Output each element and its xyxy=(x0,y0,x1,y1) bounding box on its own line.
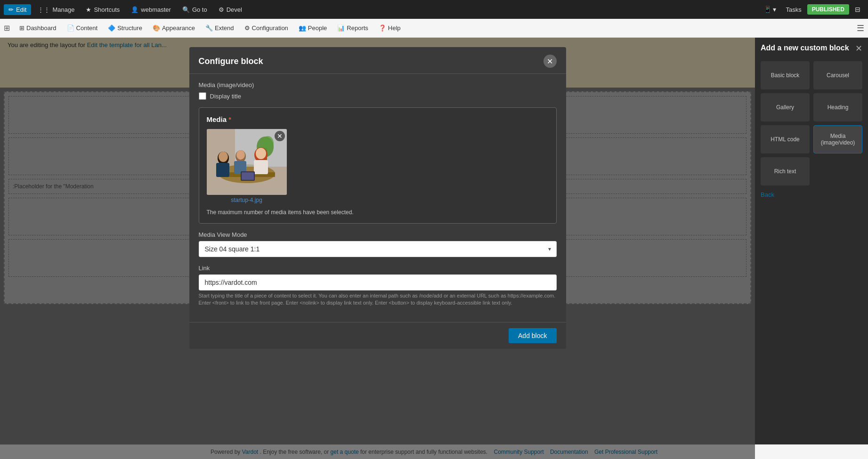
configure-block-modal: Configure block ✕ Media (image/video) Di… xyxy=(189,47,566,349)
media-view-mode-group: Media View Mode Size 04 square 1:1 Size … xyxy=(199,231,557,257)
structure-icon: 🔷 xyxy=(108,24,115,32)
devel-label: Devel xyxy=(227,6,242,13)
extend-label: Extend xyxy=(215,24,234,32)
display-title-row: Display title xyxy=(199,92,557,100)
media-view-mode-select[interactable]: Size 04 square 1:1 Size 03 medium 4:3 Si… xyxy=(199,241,557,257)
manage-label: Manage xyxy=(52,6,74,13)
media-max-msg: The maximum number of media items have b… xyxy=(207,209,549,216)
svg-rect-14 xyxy=(254,160,268,174)
main-content: You are editing the layout for Edit the … xyxy=(0,38,755,459)
display-title-label[interactable]: Display title xyxy=(210,93,241,100)
media-image-preview: ✕ xyxy=(207,129,287,195)
help-nav-btn[interactable]: ❓ Help xyxy=(374,23,406,33)
grid-icon: ⋮⋮ xyxy=(38,6,50,13)
help-icon: ❓ xyxy=(379,24,386,32)
configuration-label: Configuration xyxy=(252,24,288,32)
svg-point-6 xyxy=(262,136,274,150)
block-item-carousel[interactable]: Carousel xyxy=(813,61,862,89)
content-nav-btn[interactable]: 📄 Content xyxy=(62,23,103,33)
svg-point-15 xyxy=(256,148,266,159)
dashboard-nav-btn[interactable]: ⊞ Dashboard xyxy=(15,23,61,33)
svg-point-9 xyxy=(219,152,228,162)
reports-nav-btn[interactable]: 📊 Reports xyxy=(333,23,373,33)
tasks-btn[interactable]: Tasks xyxy=(782,4,805,15)
people-label: People xyxy=(308,24,327,32)
back-link[interactable]: Back xyxy=(761,191,862,198)
extend-icon: 🔧 xyxy=(205,24,213,32)
right-panel-title: Add a new custom block xyxy=(761,43,849,53)
reports-label: Reports xyxy=(347,24,368,32)
media-field-label: Media * xyxy=(207,115,549,123)
media-remove-btn[interactable]: ✕ xyxy=(275,131,285,141)
block-item-basic-block[interactable]: Basic block xyxy=(761,61,810,89)
right-panel-close-btn[interactable]: ✕ xyxy=(855,43,862,54)
right-panel-header: Add a new custom block ✕ xyxy=(761,43,862,54)
shortcuts-label: Shortcuts xyxy=(94,6,120,13)
goto-nav-btn[interactable]: 🔍 Go to xyxy=(178,4,212,15)
link-input[interactable] xyxy=(199,274,557,290)
goto-label: Go to xyxy=(192,6,207,13)
appearance-nav-btn[interactable]: 🎨 Appearance xyxy=(148,23,200,33)
webmaster-label: webmaster xyxy=(141,6,171,13)
block-item-gallery[interactable]: Gallery xyxy=(761,93,810,121)
display-title-checkbox[interactable] xyxy=(199,92,206,100)
shortcuts-nav-btn[interactable]: ★ Shortcuts xyxy=(81,4,124,15)
people-nav-btn[interactable]: 👥 People xyxy=(294,23,332,33)
published-badge: PUBLISHED xyxy=(807,4,849,15)
svg-rect-8 xyxy=(216,163,229,177)
media-item: ✕ startup-4.jpg xyxy=(207,129,287,203)
search-icon: 🔍 xyxy=(182,6,190,13)
modal-body: Media (image/video) Display title Media … xyxy=(189,74,566,322)
device-switcher[interactable]: 📱 ▾ xyxy=(760,4,780,15)
block-item-rich-text[interactable]: Rich text xyxy=(761,157,810,185)
configuration-nav-btn[interactable]: ⚙ Configuration xyxy=(240,23,293,33)
block-item-html-code[interactable]: HTML code xyxy=(761,125,810,153)
link-label: Link xyxy=(199,265,557,272)
devel-nav-btn[interactable]: ⚙ Devel xyxy=(214,4,247,15)
webmaster-nav-btn[interactable]: 👤 webmaster xyxy=(126,4,176,15)
add-block-btn[interactable]: Add block xyxy=(509,328,556,343)
dashboard-label: Dashboard xyxy=(26,24,57,32)
pencil-icon: ✏ xyxy=(8,6,14,13)
modal-overlay: Configure block ✕ Media (image/video) Di… xyxy=(0,38,755,459)
svg-point-12 xyxy=(236,150,245,160)
appearance-icon: 🎨 xyxy=(153,24,160,32)
media-field-box: Media * xyxy=(199,107,557,224)
top-navigation: ✏ Edit ⋮⋮ Manage ★ Shortcuts 👤 webmaster… xyxy=(0,0,868,19)
block-item-media[interactable]: Media (image/video) xyxy=(813,125,862,153)
media-view-mode-label: Media View Mode xyxy=(199,231,557,238)
edit-nav-btn[interactable]: ✏ Edit xyxy=(4,4,31,15)
media-view-mode-wrapper: Size 04 square 1:1 Size 03 medium 4:3 Si… xyxy=(199,241,557,257)
block-item-heading[interactable]: Heading xyxy=(813,93,862,121)
dashboard-icon: ⊞ xyxy=(19,24,24,32)
manage-nav-btn[interactable]: ⋮⋮ Manage xyxy=(33,4,79,15)
appearance-label: Appearance xyxy=(162,24,195,32)
structure-nav-btn[interactable]: 🔷 Structure xyxy=(103,23,147,33)
sidebar-toggle-icon[interactable]: ⊟ xyxy=(851,4,864,15)
people-icon: 👥 xyxy=(299,24,306,32)
edit-label: Edit xyxy=(16,6,26,13)
page-body: You are editing the layout for Edit the … xyxy=(0,38,868,459)
hamburger-icon[interactable]: ☰ xyxy=(857,23,864,33)
extend-nav-btn[interactable]: 🔧 Extend xyxy=(201,23,238,33)
svg-rect-17 xyxy=(242,172,254,180)
config-icon: ⚙ xyxy=(244,24,250,32)
star-icon: ★ xyxy=(86,6,91,13)
block-grid: Basic block Carousel Gallery Heading HTM… xyxy=(761,61,862,185)
reports-icon: 📊 xyxy=(337,24,345,32)
right-panel: ◀ Add a new custom block ✕ Basic block C… xyxy=(755,38,868,459)
structure-label: Structure xyxy=(117,24,142,32)
required-marker: * xyxy=(227,115,231,123)
gear-icon: ⚙ xyxy=(219,6,224,13)
drupal-logo-icon: ⊞ xyxy=(4,24,10,32)
help-label: Help xyxy=(388,24,401,32)
media-filename[interactable]: startup-4.jpg xyxy=(207,197,287,203)
content-label: Content xyxy=(76,24,98,32)
second-navigation: ⊞ ⊞ Dashboard 📄 Content 🔷 Structure 🎨 Ap… xyxy=(0,19,868,38)
user-icon: 👤 xyxy=(131,6,138,13)
content-icon: 📄 xyxy=(67,24,74,32)
modal-close-btn[interactable]: ✕ xyxy=(544,55,557,68)
modal-footer: Add block xyxy=(189,322,566,349)
link-hint: Start typing the title of a piece of con… xyxy=(199,292,557,307)
link-field-group: Link Start typing the title of a piece o… xyxy=(199,265,557,307)
